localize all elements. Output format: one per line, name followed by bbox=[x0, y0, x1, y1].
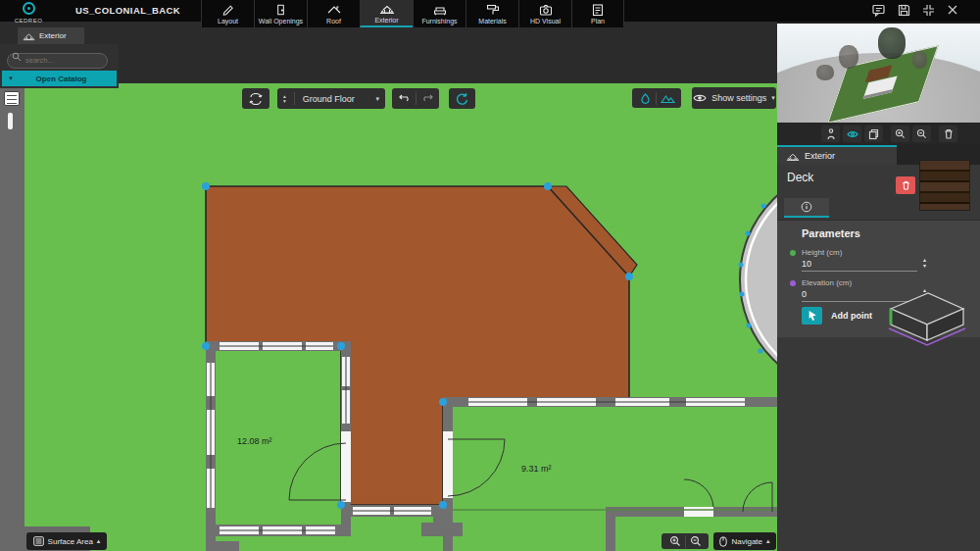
preview-toolbar bbox=[821, 125, 957, 142]
chevron-down-icon: ▾ bbox=[2, 75, 20, 82]
save-icon[interactable] bbox=[898, 4, 910, 17]
tab-roof[interactable]: Roof bbox=[307, 0, 360, 27]
recenter-button[interactable] bbox=[449, 88, 475, 109]
room-area-label: 12.08 m² bbox=[237, 436, 272, 446]
tree bbox=[839, 45, 858, 69]
parameters-title: Parameters bbox=[802, 227, 860, 239]
app-window: 12.08 m² 9.31 m² ▴▾ Ground Floor ▾ Show … bbox=[0, 0, 980, 551]
inspector-tab-exterior[interactable]: Exterior bbox=[777, 145, 897, 165]
tab-hd-visual[interactable]: HD Visual bbox=[518, 0, 571, 27]
navigate-button[interactable]: Navigate ▴ bbox=[713, 532, 776, 550]
refresh-icon bbox=[456, 92, 468, 105]
sofa-icon bbox=[432, 3, 448, 17]
person-icon bbox=[826, 128, 836, 140]
trash-icon bbox=[944, 128, 954, 139]
terrain-paint-icon[interactable] bbox=[639, 92, 652, 104]
tab-wall-openings[interactable]: Wall Openings bbox=[254, 0, 307, 27]
zoom-out-icon bbox=[916, 128, 927, 139]
app-logo: CEDREO bbox=[6, 1, 51, 26]
parameters-section: Parameters Height (cm) ▴▾ Elevation (cm)… bbox=[777, 220, 980, 337]
window-controls bbox=[872, 4, 958, 18]
search-input[interactable] bbox=[7, 53, 108, 69]
chevron-down-icon: ▾ bbox=[771, 94, 775, 102]
switch-2d-3d-button[interactable] bbox=[242, 88, 270, 109]
exterior-house-icon bbox=[23, 31, 35, 41]
feedback-icon[interactable] bbox=[872, 4, 886, 17]
catalog-tab-label: Exterior bbox=[39, 31, 67, 40]
tab-exterior[interactable]: Exterior bbox=[360, 0, 413, 27]
elevation-label: Elevation (cm) bbox=[802, 278, 852, 287]
close-icon[interactable] bbox=[947, 4, 958, 16]
pencil-icon bbox=[220, 3, 235, 17]
exterior-house-icon bbox=[786, 151, 800, 162]
floorplan-canvas[interactable]: 12.08 m² 9.31 m² ▴▾ Ground Floor ▾ Show … bbox=[0, 83, 777, 551]
inspector-panel: Exterior Deck Parameters Height (cm) ▴▾ bbox=[777, 22, 980, 551]
terrain-mountain-icon[interactable] bbox=[661, 93, 675, 104]
info-tab[interactable] bbox=[784, 198, 829, 218]
secondary-bar: Exterior ▾ Open Catalog bbox=[0, 22, 777, 83]
elevation-dot-icon bbox=[790, 280, 796, 286]
floors-icon bbox=[868, 128, 879, 140]
paint-roller-icon bbox=[485, 3, 501, 17]
search-icon bbox=[12, 52, 22, 62]
catalog-tab-exterior[interactable]: Exterior bbox=[18, 27, 84, 44]
height-input[interactable] bbox=[802, 259, 917, 272]
camera-icon bbox=[538, 3, 554, 17]
tab-materials[interactable]: Materials bbox=[466, 0, 518, 27]
delete-material-button[interactable] bbox=[896, 176, 915, 194]
view-eye-icon bbox=[847, 129, 858, 139]
height-dot-icon bbox=[790, 250, 796, 256]
layers-list-icon[interactable] bbox=[4, 91, 20, 106]
mouse-icon bbox=[719, 536, 727, 547]
tree bbox=[878, 27, 906, 59]
show-settings-button[interactable]: Show settings ▾ bbox=[692, 87, 776, 109]
chevron-up-icon: ▴ bbox=[766, 537, 770, 545]
show-settings-label: Show settings bbox=[711, 93, 766, 103]
undo-icon[interactable] bbox=[399, 93, 412, 104]
zoom-controls bbox=[662, 533, 709, 549]
delete-object-button[interactable] bbox=[939, 125, 957, 142]
height-stepper[interactable]: ▴▾ bbox=[923, 257, 926, 269]
open-catalog-button[interactable]: ▾ Open Catalog bbox=[2, 71, 117, 86]
tab-layout[interactable]: Layout bbox=[201, 0, 254, 27]
panel-handle[interactable] bbox=[8, 113, 13, 129]
sync-arrows-icon bbox=[249, 93, 263, 105]
redo-icon[interactable] bbox=[420, 93, 433, 104]
info-icon bbox=[801, 201, 812, 213]
terrain-tools-group bbox=[632, 88, 681, 108]
project-title: US_COLONIAL_BACK bbox=[57, 0, 199, 22]
search-box bbox=[7, 49, 108, 65]
tree bbox=[912, 51, 927, 69]
3d-preview[interactable] bbox=[777, 22, 980, 123]
tab-furnishings[interactable]: Furnishings bbox=[413, 0, 466, 27]
collapse-icon[interactable] bbox=[922, 4, 935, 17]
zoom-out-icon[interactable] bbox=[690, 535, 702, 547]
deck-material-thumbnail[interactable] bbox=[919, 160, 970, 211]
add-point-label: Add point bbox=[831, 311, 872, 321]
floor-selector-value: Ground Floor bbox=[303, 94, 372, 104]
deck-parameters-illustration bbox=[879, 281, 973, 356]
chevron-up-icon: ▴ bbox=[97, 537, 101, 545]
logo-icon bbox=[23, 2, 35, 15]
floor-stepper[interactable]: ▴▾ bbox=[283, 94, 286, 104]
door-icon bbox=[273, 3, 288, 17]
floors-button[interactable] bbox=[864, 125, 883, 142]
roof-icon bbox=[326, 3, 342, 17]
inspector-tab-label: Exterior bbox=[805, 151, 835, 161]
cursor-icon bbox=[808, 310, 817, 322]
zoom-in-icon[interactable] bbox=[669, 535, 681, 547]
surface-area-label: Surface Area bbox=[48, 537, 93, 546]
main-tabstrip: Layout Wall Openings Roof Exterior Furni… bbox=[201, 0, 624, 27]
preview-zoom-in-button[interactable] bbox=[891, 125, 909, 142]
preview-zoom-out-button[interactable] bbox=[912, 125, 931, 142]
height-label: Height (cm) bbox=[802, 248, 842, 257]
floor-selector[interactable]: ▴▾ Ground Floor ▾ bbox=[277, 88, 385, 109]
list-icon bbox=[33, 536, 44, 546]
tab-plan[interactable]: Plan bbox=[571, 0, 624, 27]
eye-icon bbox=[693, 93, 707, 103]
room-area-label: 9.31 m² bbox=[521, 464, 552, 474]
surface-area-button[interactable]: Surface Area ▴ bbox=[26, 532, 107, 550]
add-point-button[interactable]: Add point bbox=[802, 307, 872, 325]
walkthrough-button[interactable] bbox=[821, 125, 840, 142]
camera-view-button[interactable] bbox=[843, 125, 861, 142]
